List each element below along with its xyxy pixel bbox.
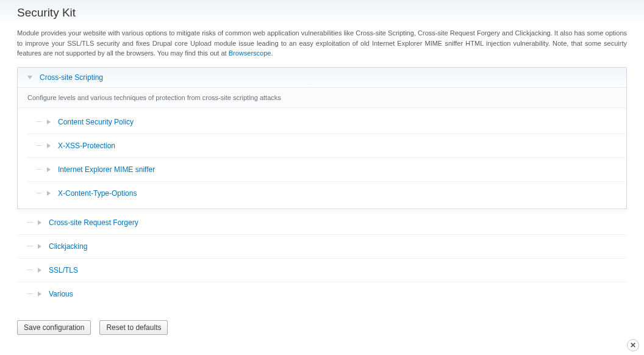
form-actions: Save configuration Reset to defaults <box>0 317 644 335</box>
chevron-right-icon <box>38 292 41 296</box>
fieldsets-container: Cross-site Scripting Configure levels an… <box>0 67 644 317</box>
description-tail: . <box>271 49 273 57</box>
fieldset-item-clickjacking[interactable]: Clickjacking <box>17 234 627 258</box>
chevron-right-icon <box>38 268 41 273</box>
fieldset-xss-title: Cross-site Scripting <box>40 73 103 82</box>
module-description: Module provides your website with variou… <box>0 23 644 67</box>
page-title: Security Kit <box>17 6 627 20</box>
fieldset-item-content-security-policy[interactable]: Content Security Policy <box>26 110 626 134</box>
fieldset-item-x-content-type-options[interactable]: X-Content-Type-Options <box>26 181 626 205</box>
fieldset-xss-items: Content Security Policy X-XSS-Protection… <box>18 108 626 209</box>
tree-dash-icon <box>36 121 42 122</box>
description-text: Module provides your website with variou… <box>17 29 627 57</box>
tree-dash-icon <box>27 222 33 223</box>
fieldset-item-label: Internet Explorer MIME sniffer <box>58 165 155 174</box>
fieldset-item-x-xss-protection[interactable]: X-XSS-Protection <box>26 134 626 157</box>
reset-to-defaults-button[interactable]: Reset to defaults <box>99 320 168 335</box>
chevron-right-icon <box>47 143 51 148</box>
save-configuration-button[interactable]: Save configuration <box>17 320 91 335</box>
close-icon: ✕ <box>630 341 636 350</box>
tree-dash-icon <box>27 293 33 294</box>
page-header: Security Kit <box>0 0 644 23</box>
fieldset-item-label: Clickjacking <box>49 242 87 251</box>
chevron-right-icon <box>47 120 51 124</box>
tree-dash-icon <box>36 145 42 146</box>
tree-dash-icon <box>27 270 33 270</box>
chevron-right-icon <box>38 244 41 249</box>
tree-dash-icon <box>36 193 42 193</box>
fieldset-item-csrf[interactable]: Cross-site Request Forgery <box>17 210 627 234</box>
chevron-right-icon <box>38 220 41 225</box>
tree-dash-icon <box>27 246 33 246</box>
fieldset-cross-site-scripting: Cross-site Scripting Configure levels an… <box>17 67 627 209</box>
tree-dash-icon <box>36 169 42 170</box>
close-overlay-button[interactable]: ✕ <box>627 339 639 351</box>
fieldset-item-various[interactable]: Various <box>17 282 627 306</box>
fieldset-xss-description: Configure levels and various techniques … <box>18 88 626 108</box>
chevron-right-icon <box>47 167 51 172</box>
fieldset-item-label: Various <box>49 290 73 298</box>
fieldset-item-label: X-XSS-Protection <box>58 142 115 150</box>
chevron-right-icon <box>47 191 51 196</box>
browserscope-link[interactable]: Browserscope <box>229 49 271 57</box>
fieldset-item-label: Content Security Policy <box>58 118 134 126</box>
fieldset-item-label: X-Content-Type-Options <box>58 189 137 198</box>
fieldset-xss-header[interactable]: Cross-site Scripting <box>18 68 626 88</box>
fieldset-item-label: Cross-site Request Forgery <box>49 218 138 227</box>
fieldset-item-ssl-tls[interactable]: SSL/TLS <box>17 258 627 282</box>
fieldset-item-label: SSL/TLS <box>49 266 78 274</box>
fieldset-item-ie-mime-sniffer[interactable]: Internet Explorer MIME sniffer <box>26 157 626 181</box>
chevron-down-icon <box>27 76 32 79</box>
